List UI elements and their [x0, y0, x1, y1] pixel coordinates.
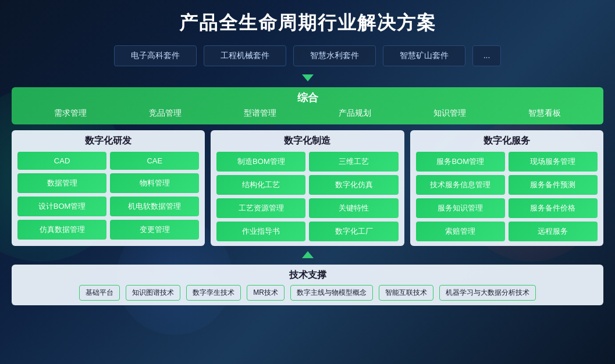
- tech-item-4[interactable]: 数字主线与物模型概念: [290, 285, 373, 301]
- tech-item-6[interactable]: 机器学习与大数据分析技术: [439, 285, 536, 301]
- col-0-item-4[interactable]: 设计BOM管理: [17, 197, 106, 216]
- comprehensive-title: 综合: [12, 91, 603, 105]
- comprehensive-item-3[interactable]: 产品规划: [333, 107, 377, 120]
- tech-items-row: 基础平台知识图谱技术数字孪生技术MR技术数字主线与物模型概念智能互联技术机器学习…: [21, 285, 594, 301]
- col-1-item-6[interactable]: 作业指导书: [216, 222, 305, 241]
- column-section-1: 数字化制造制造BOM管理三维工艺结构化工艺数字化仿真工艺资源管理关键特性作业指导…: [211, 130, 404, 246]
- tech-item-5[interactable]: 智能互联技术: [379, 285, 433, 301]
- tech-item-0[interactable]: 基础平台: [79, 285, 120, 301]
- column-title-1: 数字化制造: [216, 135, 398, 147]
- comprehensive-item-5[interactable]: 智慧看板: [522, 107, 567, 120]
- comprehensive-item-0[interactable]: 需求管理: [48, 107, 93, 120]
- arrow-up-indicator: [12, 251, 603, 258]
- col-0-item-5[interactable]: 机电软数据管理: [110, 197, 199, 216]
- col-0-item-0[interactable]: CAD: [17, 152, 106, 170]
- main-container: 产品全生命周期行业解决方案 电子高科套件工程机械套件智慧水利套件智慧矿山套件..…: [0, 0, 615, 311]
- column-grid-2: 服务BOM管理现场服务管理技术服务信息管理服务备件预测服务知识管理服务备件价格索…: [416, 152, 598, 241]
- page-title: 产品全生命周期行业解决方案: [12, 6, 603, 38]
- tech-item-1[interactable]: 知识图谱技术: [126, 285, 180, 301]
- col-1-item-0[interactable]: 制造BOM管理: [216, 152, 305, 172]
- col-1-item-4[interactable]: 工艺资源管理: [216, 198, 305, 218]
- column-grid-0: CADCAE数据管理物料管理设计BOM管理机电软数据管理仿真数据管理变更管理: [17, 152, 199, 240]
- col-0-item-3[interactable]: 物料管理: [110, 173, 199, 193]
- column-grid-1: 制造BOM管理三维工艺结构化工艺数字化仿真工艺资源管理关键特性作业指导书数字化工…: [216, 152, 398, 241]
- col-2-item-4[interactable]: 服务知识管理: [416, 198, 505, 218]
- col-2-item-5[interactable]: 服务备件价格: [509, 198, 598, 218]
- column-section-2: 数字化服务服务BOM管理现场服务管理技术服务信息管理服务备件预测服务知识管理服务…: [410, 130, 603, 246]
- top-tab-2[interactable]: 智慧水利套件: [293, 45, 376, 66]
- comprehensive-section: 综合 需求管理竞品管理型谱管理产品规划知识管理智慧看板: [12, 87, 603, 124]
- top-tab-4[interactable]: ...: [472, 45, 502, 66]
- tech-item-3[interactable]: MR技术: [247, 285, 285, 301]
- top-tabs-row: 电子高科套件工程机械套件智慧水利套件智慧矿山套件...: [12, 43, 603, 69]
- tech-support-section: 技术支撑 基础平台知识图谱技术数字孪生技术MR技术数字主线与物模型概念智能互联技…: [12, 265, 603, 305]
- tech-item-2[interactable]: 数字孪生技术: [186, 285, 241, 301]
- col-2-item-2[interactable]: 技术服务信息管理: [416, 175, 505, 195]
- tech-support-title: 技术支撑: [21, 269, 594, 281]
- col-1-item-7[interactable]: 数字化工厂: [309, 222, 398, 241]
- col-0-item-2[interactable]: 数据管理: [17, 173, 106, 193]
- col-2-item-0[interactable]: 服务BOM管理: [416, 152, 505, 172]
- comprehensive-items: 需求管理竞品管理型谱管理产品规划知识管理智慧看板: [12, 107, 603, 120]
- col-0-item-1[interactable]: CAE: [110, 152, 199, 170]
- col-2-item-3[interactable]: 服务备件预测: [509, 175, 598, 195]
- col-2-item-6[interactable]: 索赔管理: [416, 222, 505, 241]
- col-1-item-5[interactable]: 关键特性: [309, 198, 398, 218]
- comprehensive-item-2[interactable]: 型谱管理: [238, 107, 282, 120]
- top-tab-3[interactable]: 智慧矿山套件: [383, 45, 465, 66]
- col-0-item-6[interactable]: 仿真数据管理: [17, 220, 106, 240]
- col-1-item-3[interactable]: 数字化仿真: [309, 175, 398, 195]
- comprehensive-item-4[interactable]: 知识管理: [428, 107, 472, 120]
- arrow-down-indicator: [12, 74, 603, 81]
- col-2-item-1[interactable]: 现场服务管理: [509, 152, 598, 172]
- col-2-item-7[interactable]: 远程服务: [509, 222, 598, 241]
- column-title-2: 数字化服务: [416, 135, 598, 147]
- comprehensive-item-1[interactable]: 竞品管理: [143, 107, 187, 120]
- column-title-0: 数字化研发: [17, 135, 199, 147]
- col-1-item-2[interactable]: 结构化工艺: [216, 175, 305, 195]
- three-columns-container: 数字化研发CADCAE数据管理物料管理设计BOM管理机电软数据管理仿真数据管理变…: [12, 130, 603, 246]
- col-1-item-1[interactable]: 三维工艺: [309, 152, 398, 172]
- col-0-item-7[interactable]: 变更管理: [110, 220, 199, 240]
- top-tab-0[interactable]: 电子高科套件: [114, 45, 197, 66]
- top-tab-1[interactable]: 工程机械套件: [204, 45, 286, 66]
- column-section-0: 数字化研发CADCAE数据管理物料管理设计BOM管理机电软数据管理仿真数据管理变…: [12, 130, 205, 246]
